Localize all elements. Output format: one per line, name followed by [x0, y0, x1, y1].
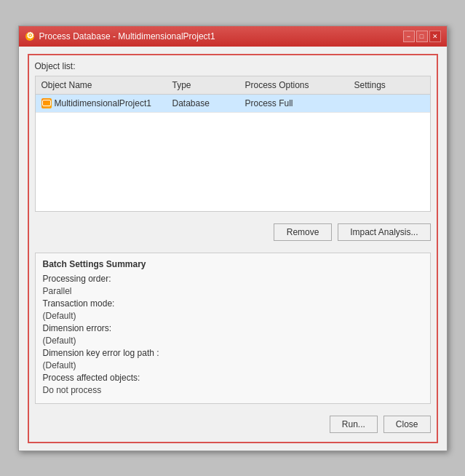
title-bar-left: ⚙ Process Database - MultidimensionalPro… [25, 31, 215, 41]
col-header-process-options: Process Options [242, 79, 351, 92]
object-list-container: Object Name Type Process Options Setting… [35, 76, 431, 212]
dimension-errors-label: Dimension errors: [43, 323, 423, 333]
cell-name: MultidimensionalProject1 [39, 97, 170, 110]
dialog-close-button[interactable]: Close [383, 416, 431, 433]
cell-type: Database [170, 97, 242, 110]
col-header-settings: Settings [351, 79, 439, 92]
transaction-mode-value-row: (Default) [43, 310, 423, 322]
col-header-type: Type [170, 79, 242, 92]
dim-key-error-log-value: (Default) [43, 360, 423, 371]
dimension-errors-row: Dimension errors: [43, 323, 423, 333]
table-body: MultidimensionalProject1 Database Proces… [36, 95, 430, 211]
object-list-label: Object list: [35, 61, 431, 71]
processing-order-value-row: Parallel [43, 285, 423, 297]
maximize-button[interactable]: □ [416, 31, 428, 42]
title-controls: − □ ✕ [403, 31, 441, 42]
dimension-errors-value-row: (Default) [43, 335, 423, 346]
window-content: Object list: Object Name Type Process Op… [19, 47, 447, 451]
database-icon [41, 98, 52, 108]
transaction-mode-row: Transaction mode: [43, 298, 423, 309]
dim-key-error-log-value-row: (Default) [43, 360, 423, 371]
remove-button[interactable]: Remove [274, 223, 332, 241]
title-bar: ⚙ Process Database - MultidimensionalPro… [19, 26, 447, 47]
cell-name-text: MultidimensionalProject1 [55, 98, 151, 108]
dim-key-error-log-row: Dimension key error log path : [43, 348, 423, 358]
dim-key-error-log-label: Dimension key error log path : [43, 348, 423, 358]
process-affected-row: Process affected objects: [43, 373, 423, 383]
main-window: ⚙ Process Database - MultidimensionalPro… [18, 25, 448, 451]
window-icon: ⚙ [25, 31, 35, 41]
transaction-mode-label: Transaction mode: [43, 298, 423, 309]
col-header-name: Object Name [39, 79, 170, 92]
action-buttons: Remove Impact Analysis... [35, 219, 431, 245]
cell-settings [351, 97, 439, 110]
process-affected-value-row: Do not process [43, 384, 423, 396]
processing-order-label: Processing order: [43, 274, 423, 284]
minimize-button[interactable]: − [403, 31, 415, 42]
bottom-buttons: Run... Close [35, 411, 431, 436]
svg-text:⚙: ⚙ [25, 31, 33, 41]
batch-settings-title: Batch Settings Summary [43, 259, 423, 269]
processing-order-value: Parallel [43, 285, 423, 297]
outer-border: Object list: Object Name Type Process Op… [28, 54, 438, 443]
cell-process-options: Process Full [242, 97, 351, 110]
table-header: Object Name Type Process Options Setting… [36, 76, 430, 95]
transaction-mode-value: (Default) [43, 310, 423, 322]
impact-analysis-button[interactable]: Impact Analysis... [338, 223, 430, 241]
window-title: Process Database - MultidimensionalProje… [39, 31, 215, 41]
close-window-button[interactable]: ✕ [429, 31, 441, 42]
batch-settings-section: Batch Settings Summary Processing order:… [35, 253, 431, 404]
processing-order-row: Processing order: [43, 274, 423, 284]
dimension-errors-value: (Default) [43, 335, 423, 346]
process-affected-label: Process affected objects: [43, 373, 423, 383]
process-affected-value: Do not process [43, 384, 423, 396]
table-row[interactable]: MultidimensionalProject1 Database Proces… [36, 95, 430, 113]
run-button[interactable]: Run... [330, 416, 378, 433]
